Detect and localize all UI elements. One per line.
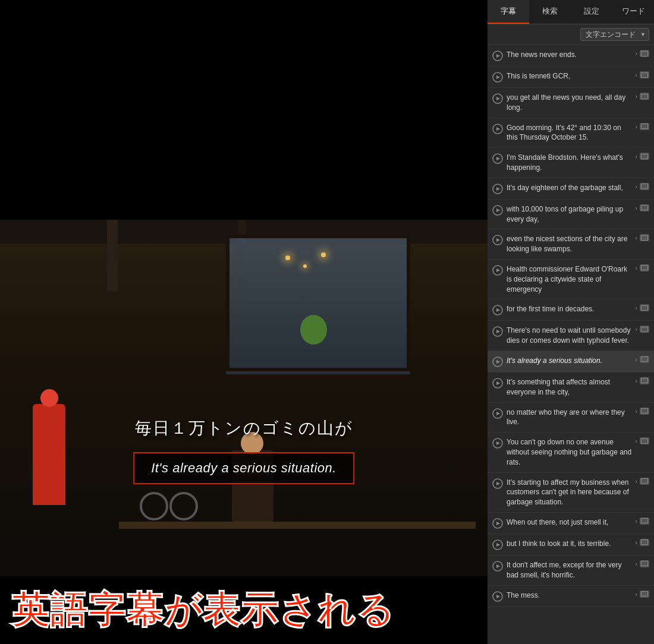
action-bookmark-icon[interactable]: [640, 234, 649, 241]
tab-settings[interactable]: 設定: [571, 0, 612, 24]
action-arrow-icon[interactable]: ›: [635, 591, 637, 598]
action-arrow-icon[interactable]: ›: [635, 234, 637, 241]
action-bookmark-icon[interactable]: [640, 326, 649, 333]
play-icon[interactable]: [492, 378, 503, 389]
item-actions: ›: [635, 204, 649, 211]
tab-subtitles[interactable]: 字幕: [488, 0, 529, 24]
action-bookmark-icon[interactable]: [640, 377, 649, 384]
play-icon[interactable]: [492, 50, 503, 61]
subtitle-text: This is tenneti GCR,: [507, 71, 631, 81]
encoding-wrapper[interactable]: 文字エンコード UTF-8 Shift-JIS EUC-JP: [580, 28, 649, 41]
play-icon[interactable]: [492, 124, 503, 134]
subtitle-item[interactable]: It's something that affects almost every…: [488, 372, 654, 403]
action-bookmark-icon[interactable]: [640, 560, 649, 567]
subtitle-item[interactable]: no matter who they are or where they liv…: [488, 403, 654, 433]
subtitle-item[interactable]: even the nicest sections of the city are…: [488, 229, 654, 260]
subtitle-item[interactable]: It's day eighteen of the garbage stall,›: [488, 178, 654, 200]
subtitle-item[interactable]: I'm Standale Brodston. Here's what's hap…: [488, 148, 654, 178]
action-arrow-icon[interactable]: ›: [635, 356, 637, 363]
play-icon[interactable]: [492, 478, 503, 489]
action-arrow-icon[interactable]: ›: [635, 377, 637, 384]
action-arrow-icon[interactable]: ›: [635, 437, 637, 444]
action-arrow-icon[interactable]: ›: [635, 560, 637, 567]
tab-search[interactable]: 検索: [529, 0, 571, 24]
action-bookmark-icon[interactable]: [640, 183, 649, 190]
subtitle-item[interactable]: You can't go down no one avenue without …: [488, 433, 654, 472]
action-bookmark-icon[interactable]: [640, 304, 649, 311]
play-icon[interactable]: [492, 591, 503, 602]
action-bookmark-icon[interactable]: [640, 478, 649, 485]
play-icon[interactable]: [492, 205, 503, 216]
svg-marker-1: [496, 54, 500, 58]
action-arrow-icon[interactable]: ›: [635, 478, 637, 485]
play-icon[interactable]: [492, 72, 503, 83]
action-arrow-icon[interactable]: ›: [635, 264, 637, 272]
play-icon[interactable]: [492, 326, 503, 337]
subtitle-item[interactable]: Good morning. It's 42° and 10:30 on this…: [488, 118, 654, 149]
action-bookmark-icon[interactable]: [640, 204, 649, 211]
play-icon[interactable]: [492, 265, 503, 276]
lamp1: [285, 255, 290, 260]
play-icon[interactable]: [492, 93, 503, 104]
action-arrow-icon[interactable]: ›: [635, 539, 637, 546]
play-icon[interactable]: [492, 518, 503, 529]
subtitle-text: but I think to look at it, its terrible.: [507, 539, 631, 549]
action-arrow-icon[interactable]: ›: [635, 153, 637, 160]
action-bookmark-icon[interactable]: [640, 356, 649, 363]
figure-red-head: [40, 389, 58, 407]
action-bookmark-icon[interactable]: [640, 264, 649, 272]
play-icon[interactable]: [492, 561, 503, 572]
action-arrow-icon[interactable]: ›: [635, 50, 637, 57]
subtitle-item[interactable]: you get all the news you need, all day l…: [488, 88, 654, 118]
action-bookmark-icon[interactable]: [640, 517, 649, 525]
play-icon[interactable]: [492, 356, 503, 367]
subtitle-english-text: It's already a serious situation.: [151, 460, 337, 475]
subtitle-item[interactable]: There's no need to wait until somebody d…: [488, 321, 654, 351]
encoding-select[interactable]: 文字エンコード UTF-8 Shift-JIS EUC-JP: [580, 28, 649, 41]
play-icon[interactable]: [492, 408, 503, 419]
action-arrow-icon[interactable]: ›: [635, 93, 637, 100]
action-bookmark-icon[interactable]: [640, 153, 649, 160]
tab-word[interactable]: ワード: [612, 0, 654, 24]
subtitle-item[interactable]: Health commissioner Edward O'Roark is de…: [488, 260, 654, 299]
play-icon[interactable]: [492, 153, 503, 164]
subtitle-item[interactable]: It's starting to affect my business when…: [488, 473, 654, 513]
action-arrow-icon[interactable]: ›: [635, 304, 637, 311]
svg-marker-37: [496, 564, 500, 568]
subtitle-item[interactable]: for the first time in decades.›: [488, 299, 654, 321]
subtitle-item[interactable]: When out there, not just smell it,›: [488, 513, 654, 534]
action-arrow-icon[interactable]: ›: [635, 408, 637, 415]
play-icon[interactable]: [492, 539, 503, 550]
subtitle-item[interactable]: but I think to look at it, its terrible.…: [488, 534, 654, 555]
subtitle-item[interactable]: This is tenneti GCR,›: [488, 67, 654, 88]
subtitle-item[interactable]: The mess.›: [488, 586, 654, 607]
action-arrow-icon[interactable]: ›: [635, 517, 637, 525]
action-arrow-icon[interactable]: ›: [635, 326, 637, 333]
play-icon[interactable]: [492, 305, 503, 315]
subtitle-item[interactable]: The news never ends.›: [488, 45, 654, 67]
subtitle-item[interactable]: with 10,000 tons of garbage piling up ev…: [488, 200, 654, 230]
action-bookmark-icon[interactable]: [640, 93, 649, 100]
action-bookmark-icon[interactable]: [640, 591, 649, 598]
svg-marker-29: [496, 441, 500, 445]
play-icon[interactable]: [492, 235, 503, 245]
subtitle-text: you get all the news you need, all day l…: [507, 93, 631, 113]
action-bookmark-icon[interactable]: [640, 408, 649, 415]
action-bookmark-icon[interactable]: [640, 123, 649, 130]
video-frame[interactable]: 毎日１万トンのゴミの山が It's already a serious situ…: [0, 220, 488, 576]
action-bookmark-icon[interactable]: [640, 539, 649, 546]
action-arrow-icon[interactable]: ›: [635, 204, 637, 211]
action-arrow-icon[interactable]: ›: [635, 183, 637, 190]
subtitle-text: It's day eighteen of the garbage stall,: [507, 183, 631, 193]
play-icon[interactable]: [492, 438, 503, 449]
action-arrow-icon[interactable]: ›: [635, 71, 637, 78]
subtitle-list[interactable]: The news never ends.› This is tenneti GC…: [488, 45, 654, 644]
action-bookmark-icon[interactable]: [640, 71, 649, 78]
subtitle-item[interactable]: It don't affect me, except for the very …: [488, 555, 654, 586]
action-bookmark-icon[interactable]: [640, 50, 649, 57]
subtitle-text: no matter who they are or where they liv…: [507, 408, 631, 428]
action-bookmark-icon[interactable]: [640, 437, 649, 444]
subtitle-item[interactable]: It's already a serious situation.›: [488, 351, 654, 372]
play-icon[interactable]: [492, 184, 503, 194]
action-arrow-icon[interactable]: ›: [635, 123, 637, 130]
